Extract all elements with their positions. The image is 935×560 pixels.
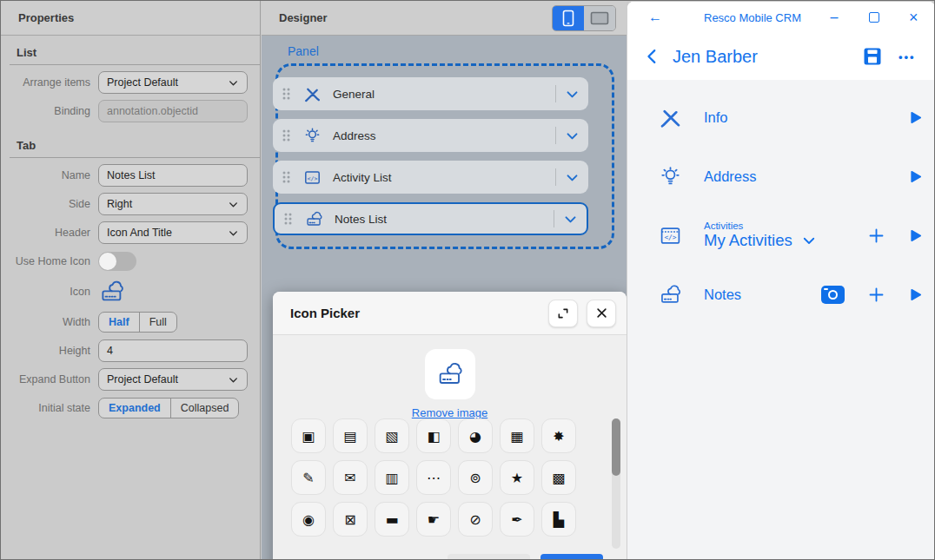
open-tab-icon[interactable] bbox=[908, 110, 923, 125]
view-selector-chevron-icon[interactable] bbox=[801, 233, 817, 248]
edit-note-icon[interactable]: ✎ bbox=[291, 460, 326, 495]
notes-cloud-icon[interactable] bbox=[98, 279, 126, 305]
icon-picker-dialog: Icon Picker Remove image ▣ ▤ ▧ ◧ bbox=[273, 292, 627, 560]
more-menu-icon[interactable]: ••• bbox=[899, 50, 916, 63]
designer-row-address[interactable]: Address bbox=[273, 119, 588, 152]
add-note-icon[interactable] bbox=[867, 286, 885, 304]
header-select[interactable]: Icon And Title bbox=[98, 221, 248, 244]
open-tab-icon[interactable] bbox=[908, 287, 923, 302]
drag-handle-icon[interactable] bbox=[282, 170, 291, 184]
ok-button[interactable]: OK bbox=[540, 554, 603, 560]
add-activity-icon[interactable] bbox=[867, 227, 885, 245]
ledger-icon[interactable]: ▥ bbox=[375, 460, 409, 495]
drag-handle-icon[interactable] bbox=[282, 87, 291, 101]
designer-panel: Designer Panel bbox=[262, 1, 627, 560]
form-tab-notes[interactable]: Notes bbox=[627, 267, 935, 321]
archive-card-icon[interactable]: ▬ bbox=[375, 502, 409, 537]
width-full-option[interactable]: Full bbox=[139, 313, 176, 332]
save-icon[interactable] bbox=[862, 46, 883, 67]
arrange-items-select[interactable]: Project Default bbox=[98, 71, 248, 94]
star-icon[interactable]: ★ bbox=[500, 460, 534, 495]
form-tab-info[interactable]: Info bbox=[627, 90, 935, 144]
tab-caption: Activities bbox=[704, 221, 817, 231]
initial-collapsed-option[interactable]: Collapsed bbox=[170, 399, 239, 418]
expand-chevron-icon[interactable] bbox=[565, 128, 580, 143]
width-half-option[interactable]: Half bbox=[99, 313, 139, 332]
tablet-icon bbox=[590, 11, 609, 25]
camera-icon[interactable] bbox=[821, 286, 845, 304]
design-pencils-icon bbox=[303, 85, 322, 103]
binding-input: annotation.objectid bbox=[98, 100, 248, 122]
expand-button-label: Expand Button bbox=[13, 373, 98, 385]
back-chevron-icon[interactable] bbox=[643, 47, 662, 66]
expand-chevron-icon[interactable] bbox=[563, 212, 578, 227]
note-settings-icon[interactable]: ▧ bbox=[375, 418, 409, 453]
minimize-button[interactable]: – bbox=[826, 10, 843, 25]
alarm-icon[interactable]: ✸ bbox=[541, 418, 576, 453]
image-circle-icon[interactable]: ◉ bbox=[291, 502, 326, 537]
close-dialog-button[interactable] bbox=[587, 300, 616, 327]
scrollbar-thumb[interactable] bbox=[612, 418, 620, 476]
designer-row-notes-list[interactable]: Notes List bbox=[273, 202, 588, 235]
notebook-icon[interactable]: ▩ bbox=[541, 460, 576, 495]
brush-icon[interactable]: ✒ bbox=[500, 502, 534, 537]
mail-forward-icon[interactable]: ✉ bbox=[333, 460, 368, 495]
designer-row-general[interactable]: General bbox=[273, 77, 588, 110]
selected-icon-tile[interactable] bbox=[425, 349, 475, 399]
mail-open-icon[interactable]: ⊠ bbox=[333, 502, 368, 537]
tab-label: Info bbox=[704, 109, 728, 126]
maximize-button[interactable] bbox=[869, 12, 879, 23]
back-arrow-icon[interactable]: ← bbox=[648, 10, 662, 25]
calendar-clock-icon[interactable]: ▦ bbox=[500, 418, 534, 453]
ellipsis-icon[interactable]: ⋯ bbox=[416, 460, 451, 495]
designer-row-label: Activity List bbox=[333, 171, 555, 184]
tab-label: Notes bbox=[704, 287, 741, 303]
truck-icon[interactable]: ◧ bbox=[416, 418, 451, 453]
expand-chevron-icon[interactable] bbox=[565, 170, 580, 185]
money-badge-icon[interactable]: ⊚ bbox=[458, 460, 493, 495]
window-close-button[interactable]: × bbox=[909, 9, 918, 27]
expand-chevron-icon[interactable] bbox=[565, 87, 580, 102]
expand-button-select[interactable]: Project Default bbox=[98, 368, 248, 391]
phone-view-button[interactable] bbox=[553, 6, 584, 30]
width-segmented: Half Full bbox=[98, 312, 177, 333]
hand-tool-icon[interactable]: ☛ bbox=[416, 502, 451, 537]
icon-grid-scrollbar[interactable] bbox=[612, 418, 620, 549]
compass-icon[interactable]: ⊘ bbox=[458, 502, 493, 537]
remove-image-link[interactable]: Remove image bbox=[273, 406, 627, 419]
designer-row-activity-list[interactable]: </> Activity List bbox=[273, 161, 588, 194]
code-window-icon: </> bbox=[303, 168, 322, 187]
industry-chart-icon[interactable]: ▙ bbox=[541, 502, 576, 537]
side-select[interactable]: Right bbox=[98, 193, 248, 215]
window-titlebar: ← Resco Mobile CRM – × bbox=[627, 2, 935, 33]
initial-state-segmented: Expanded Collapsed bbox=[98, 398, 239, 418]
open-tab-icon[interactable] bbox=[908, 228, 923, 243]
height-input[interactable]: 4 bbox=[98, 339, 248, 362]
mobile-preview-window: ← Resco Mobile CRM – × Jen Barber ••• In… bbox=[627, 1, 935, 560]
pie-chart-icon[interactable]: ◕ bbox=[458, 418, 493, 453]
form-tab-address[interactable]: Address bbox=[627, 149, 935, 203]
expand-dialog-button[interactable] bbox=[548, 300, 578, 327]
contact-card-icon[interactable]: ▣ bbox=[291, 418, 326, 453]
arrange-items-label: Arrange items bbox=[13, 76, 98, 89]
drag-handle-icon[interactable] bbox=[282, 128, 291, 142]
name-value: Notes List bbox=[107, 169, 156, 181]
name-input[interactable]: Notes List bbox=[98, 164, 248, 187]
header-label: Header bbox=[13, 227, 98, 239]
tab-label: Address bbox=[704, 168, 757, 185]
form-tab-activities[interactable]: </> Activities My Activities bbox=[627, 208, 935, 262]
binding-value: annotation.objectid bbox=[107, 105, 198, 117]
window-title: Resco Mobile CRM bbox=[704, 11, 801, 24]
drag-handle-icon[interactable] bbox=[283, 212, 293, 226]
arrange-items-value: Project Default bbox=[107, 76, 178, 89]
close-button[interactable]: CLOSE bbox=[448, 554, 530, 560]
document-icon[interactable]: ▤ bbox=[333, 418, 368, 453]
svg-text:</>: </> bbox=[664, 234, 676, 241]
notes-cloud-icon bbox=[659, 283, 688, 306]
notes-cloud-icon bbox=[305, 210, 323, 228]
panel-component-label[interactable]: Panel bbox=[288, 44, 319, 58]
tablet-view-button[interactable] bbox=[584, 6, 615, 30]
use-home-icon-toggle[interactable] bbox=[98, 252, 136, 271]
initial-expanded-option[interactable]: Expanded bbox=[99, 399, 170, 418]
open-tab-icon[interactable] bbox=[908, 169, 923, 184]
